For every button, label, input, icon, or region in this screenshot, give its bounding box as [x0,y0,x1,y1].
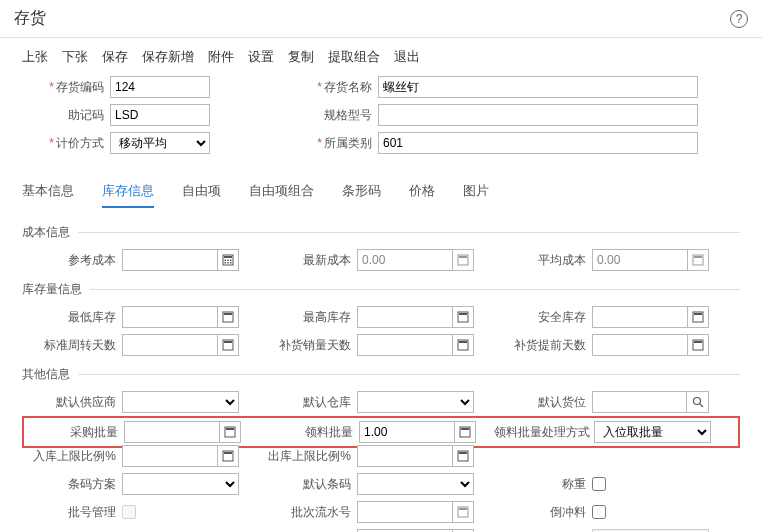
svg-rect-4 [230,260,232,262]
warehouse-select[interactable] [357,391,474,413]
calculator-icon [452,501,474,523]
highlighted-row: 采购批量 领料批量 领料批量处理方式入位取批量 [22,416,740,448]
ref-cost-input[interactable] [122,249,217,271]
svg-rect-11 [694,256,702,258]
toolbar-extract[interactable]: 提取组合 [328,48,380,66]
tab-price[interactable]: 价格 [409,182,435,208]
section-other: 其他信息 [22,366,740,383]
tab-free-item[interactable]: 自由项 [182,182,221,208]
min-stock-input[interactable] [122,306,217,328]
default-barcode-label: 默认条码 [257,476,357,493]
calculator-icon[interactable] [687,306,709,328]
calculator-icon[interactable] [452,445,474,467]
batch-serial-input [357,501,452,523]
svg-point-24 [693,398,700,405]
toolbar-settings[interactable]: 设置 [248,48,274,66]
toolbar-prev[interactable]: 上张 [22,48,48,66]
ref-cost-label: 参考成本 [22,252,122,269]
calculator-icon[interactable] [452,334,474,356]
replenish-lead-input[interactable] [592,334,687,356]
reverse-label: 倒冲料 [492,504,592,521]
svg-rect-31 [224,452,232,454]
replenish-lead-label: 补货提前天数 [492,337,592,354]
mnemonic-input[interactable] [110,104,210,126]
out-upper-input[interactable] [357,445,452,467]
default-barcode-select[interactable] [357,473,474,495]
svg-rect-7 [230,262,232,264]
toolbar-next[interactable]: 下张 [62,48,88,66]
issue-batch-input[interactable] [359,421,454,443]
reverse-checkbox[interactable] [592,505,606,519]
svg-rect-19 [224,341,232,343]
svg-rect-35 [459,508,467,510]
tab-bar: 基本信息 库存信息 自由项 自由项组合 条形码 价格 图片 [0,170,762,214]
calculator-icon[interactable] [217,306,239,328]
svg-rect-3 [227,260,229,262]
help-icon[interactable]: ? [730,10,748,28]
calculator-icon[interactable] [219,421,241,443]
max-stock-label: 最高库存 [257,309,357,326]
section-cost: 成本信息 [22,224,740,241]
location-input[interactable] [592,391,687,413]
tab-basic[interactable]: 基本信息 [22,182,74,208]
batch-mgmt-checkbox [122,505,136,519]
toolbar-save[interactable]: 保存 [102,48,128,66]
calculator-icon[interactable] [217,249,239,271]
toolbar-copy[interactable]: 复制 [288,48,314,66]
code-label: 存货编码 [22,79,110,96]
toolbar-attachment[interactable]: 附件 [208,48,234,66]
calculator-icon[interactable] [217,445,239,467]
toolbar-save-new[interactable]: 保存新增 [142,48,194,66]
category-input[interactable] [378,132,698,154]
svg-rect-15 [459,313,467,315]
svg-rect-1 [224,256,232,258]
turnover-input[interactable] [122,334,217,356]
tab-stock-info[interactable]: 库存信息 [102,182,154,208]
name-input[interactable] [378,76,698,98]
batch-mgmt-label: 批号管理 [22,504,122,521]
supplier-label: 默认供应商 [22,394,122,411]
avg-cost-label: 平均成本 [492,252,592,269]
code-input[interactable] [110,76,210,98]
replenish-sales-input[interactable] [357,334,452,356]
latest-cost-input [357,249,452,271]
spec-input[interactable] [378,104,698,126]
search-icon[interactable] [687,391,709,413]
category-label: 所属类别 [290,135,378,152]
latest-cost-label: 最新成本 [257,252,357,269]
barcode-scheme-label: 条码方案 [22,476,122,493]
svg-line-25 [699,404,702,407]
cost-method-select[interactable]: 移动平均 [110,132,210,154]
calculator-icon[interactable] [454,421,476,443]
issue-method-select[interactable]: 入位取批量 [594,421,711,443]
purchase-batch-label: 采购批量 [24,424,124,441]
toolbar: 上张 下张 保存 保存新增 附件 设置 复制 提取组合 退出 [0,38,762,76]
calculator-icon[interactable] [687,334,709,356]
svg-rect-9 [459,256,467,258]
calculator-icon[interactable] [217,334,239,356]
svg-rect-17 [694,313,702,315]
section-stock: 库存量信息 [22,281,740,298]
purchase-batch-input[interactable] [124,421,219,443]
svg-rect-33 [459,452,467,454]
page-title: 存货 [14,8,46,29]
calculator-icon[interactable] [452,306,474,328]
safety-stock-label: 安全库存 [492,309,592,326]
max-stock-input[interactable] [357,306,452,328]
safety-stock-input[interactable] [592,306,687,328]
svg-rect-5 [225,262,227,264]
supplier-select[interactable] [122,391,239,413]
tab-barcode[interactable]: 条形码 [342,182,381,208]
in-upper-input[interactable] [122,445,217,467]
issue-batch-label: 领料批量 [259,424,359,441]
avg-cost-input [592,249,687,271]
weigh-checkbox[interactable] [592,477,606,491]
svg-rect-2 [225,260,227,262]
calculator-icon [452,249,474,271]
barcode-scheme-select[interactable] [122,473,239,495]
tab-image[interactable]: 图片 [463,182,489,208]
svg-rect-29 [461,428,469,430]
out-upper-label: 出库上限比例% [257,448,357,465]
toolbar-exit[interactable]: 退出 [394,48,420,66]
tab-free-combo[interactable]: 自由项组合 [249,182,314,208]
